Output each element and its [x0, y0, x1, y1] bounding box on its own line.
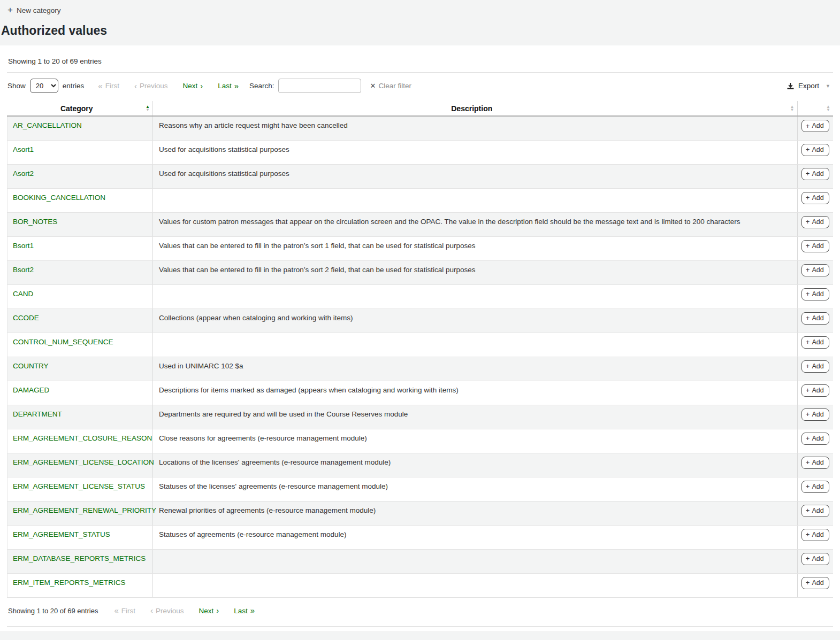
category-cell: Asort1 — [7, 140, 153, 164]
table-info-top: Showing 1 to 20 of 69 entries — [7, 45, 833, 73]
search-input[interactable] — [278, 79, 361, 93]
page-length-select[interactable]: 20 — [30, 79, 58, 93]
add-value-button[interactable]: + Add — [801, 553, 829, 565]
add-value-button[interactable]: + Add — [801, 505, 829, 517]
export-button[interactable]: Export ▼ — [786, 82, 832, 90]
pagination-previous-button[interactable]: ‹ Previous — [134, 82, 168, 90]
sort-icon: ▲ ▼ — [146, 105, 150, 112]
actions-cell: + Add — [797, 429, 833, 453]
category-cell: COUNTRY — [7, 357, 153, 381]
plus-icon: + — [806, 219, 810, 225]
description-text: Used for acquisitions statistical purpos… — [159, 169, 289, 178]
add-value-button[interactable]: + Add — [801, 144, 829, 156]
category-link[interactable]: BOR_NOTES — [13, 218, 57, 226]
add-value-button[interactable]: + Add — [801, 312, 829, 325]
table-row: ERM_AGREEMENT_RENEWAL_PRIORITY Renewal p… — [7, 501, 834, 525]
clear-filter-button[interactable]: ✕ Clear filter — [370, 82, 411, 90]
pagination-last-button[interactable]: Last » — [218, 82, 239, 90]
plus-icon: + — [806, 531, 810, 537]
category-link[interactable]: CONTROL_NUM_SEQUENCE — [13, 338, 113, 346]
add-value-button[interactable]: + Add — [801, 192, 829, 204]
add-value-button[interactable]: + Add — [801, 481, 829, 493]
table-row: ERM_DATABASE_REPORTS_METRICS + Add — [7, 549, 834, 573]
category-cell: AR_CANCELLATION — [7, 116, 153, 140]
pagination-first-button[interactable]: « First — [114, 607, 135, 615]
category-cell: ERM_AGREEMENT_CLOSURE_REASON — [7, 429, 153, 453]
category-link[interactable]: ERM_AGREEMENT_STATUS — [13, 530, 110, 538]
add-value-button[interactable]: + Add — [801, 384, 829, 397]
category-cell: Bsort1 — [7, 236, 153, 260]
category-link[interactable]: ERM_AGREEMENT_LICENSE_STATUS — [13, 482, 145, 490]
category-cell: ERM_AGREEMENT_LICENSE_STATUS — [7, 477, 153, 501]
table-row: AR_CANCELLATION Reasons why an article r… — [7, 116, 834, 140]
category-link[interactable]: BOOKING_CANCELLATION — [13, 194, 105, 202]
description-text: Reasons why an article request might hav… — [159, 121, 348, 129]
category-cell: BOOKING_CANCELLATION — [7, 188, 153, 212]
category-link[interactable]: ERM_AGREEMENT_LICENSE_LOCATION — [13, 458, 154, 466]
pagination-first-button[interactable]: « First — [98, 82, 119, 90]
add-value-button[interactable]: + Add — [801, 577, 829, 589]
add-value-button[interactable]: + Add — [801, 433, 829, 445]
table-row: ERM_AGREEMENT_STATUS Statuses of agreeme… — [7, 525, 834, 549]
category-link[interactable]: DEPARTMENT — [13, 410, 62, 418]
description-text: Departments are required by and will be … — [159, 410, 408, 418]
plus-icon: + — [806, 315, 810, 321]
category-link[interactable]: ERM_DATABASE_REPORTS_METRICS — [13, 554, 146, 562]
category-link[interactable]: DAMAGED — [13, 386, 49, 394]
table-header-row: Category ▲ ▼ Description ▲ ▼ ▲ — [7, 101, 834, 116]
actions-cell: + Add — [797, 573, 833, 597]
category-link[interactable]: CCODE — [13, 314, 39, 322]
category-cell: ERM_ITEM_REPORTS_METRICS — [7, 573, 153, 597]
category-link[interactable]: Bsort1 — [13, 242, 34, 250]
category-cell: ERM_DATABASE_REPORTS_METRICS — [7, 549, 153, 573]
add-value-button[interactable]: + Add — [801, 360, 829, 373]
table-row: BOOKING_CANCELLATION + Add — [7, 188, 834, 212]
sort-desc-icon: ▼ — [146, 109, 150, 112]
add-value-button[interactable]: + Add — [801, 457, 829, 469]
category-link[interactable]: Asort1 — [13, 145, 34, 153]
description-text: Renewal priorities of agreements (e-reso… — [159, 506, 376, 514]
table-row: ERM_AGREEMENT_CLOSURE_REASON Close reaso… — [7, 429, 834, 453]
category-link[interactable]: ERM_AGREEMENT_CLOSURE_REASON — [13, 434, 152, 442]
category-link[interactable]: Bsort2 — [13, 266, 34, 274]
add-value-button[interactable]: + Add — [801, 529, 829, 541]
column-header-description[interactable]: Description ▲ ▼ — [153, 101, 798, 116]
divider — [7, 626, 833, 627]
table-row: Asort1 Used for acquisitions statistical… — [7, 140, 834, 164]
table-row: CAND + Add — [7, 284, 834, 309]
category-link[interactable]: Asort2 — [13, 169, 34, 178]
plus-icon: + — [806, 195, 810, 201]
category-link[interactable]: COUNTRY — [13, 362, 49, 370]
category-link[interactable]: ERM_AGREEMENT_RENEWAL_PRIORITY — [13, 506, 156, 514]
pagination-next-button[interactable]: Next › — [182, 82, 203, 90]
add-value-button[interactable]: + Add — [801, 240, 829, 252]
add-value-button[interactable]: + Add — [801, 216, 829, 228]
pagination-previous-button[interactable]: ‹ Previous — [150, 607, 184, 615]
add-value-button[interactable]: + Add — [801, 120, 829, 132]
sort-desc-icon: ▼ — [826, 109, 830, 112]
category-cell: DEPARTMENT — [7, 405, 153, 429]
add-value-button[interactable]: + Add — [801, 168, 829, 180]
table-row: ERM_ITEM_REPORTS_METRICS + Add — [7, 573, 834, 597]
pagination-next-button[interactable]: Next › — [199, 607, 219, 615]
plus-icon: + — [806, 435, 810, 441]
category-link[interactable]: ERM_ITEM_REPORTS_METRICS — [13, 579, 126, 587]
column-header-actions[interactable]: ▲ ▼ — [797, 101, 833, 116]
category-link[interactable]: AR_CANCELLATION — [13, 121, 82, 129]
description-text: Values that can be entered to fill in th… — [159, 266, 476, 274]
x-icon: ✕ — [370, 83, 376, 89]
plus-icon: + — [806, 291, 810, 297]
description-text: Descriptions for items marked as damaged… — [159, 386, 459, 394]
add-value-button[interactable]: + Add — [801, 264, 829, 276]
category-link[interactable]: CAND — [13, 290, 33, 298]
pagination-last-button[interactable]: Last » — [234, 607, 255, 615]
table-row: Bsort1 Values that can be entered to fil… — [7, 236, 834, 260]
add-value-button[interactable]: + Add — [801, 408, 829, 421]
plus-icon: + — [806, 123, 810, 129]
column-header-category[interactable]: Category ▲ ▼ — [7, 101, 153, 116]
add-value-button[interactable]: + Add — [801, 288, 829, 300]
new-category-button[interactable]: + New category — [7, 6, 60, 14]
table-row: Asort2 Used for acquisitions statistical… — [7, 164, 834, 188]
add-value-button[interactable]: + Add — [801, 336, 829, 349]
caret-down-icon: ▼ — [826, 83, 830, 89]
